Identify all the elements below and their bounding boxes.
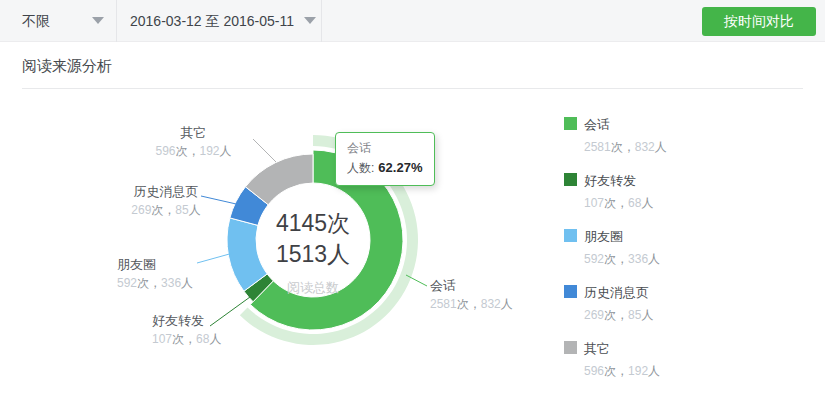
total-reads-count: 4145次 [223,208,403,239]
legend-series-name: 会话 [584,117,610,132]
top-toolbar: 不限 2016-03-12 至 2016-05-11 按时间对比 [0,0,825,42]
legend-color-swatch [564,341,577,354]
tooltip-metric-label: 人数: [347,161,374,175]
callout-series-name: 会话 [430,277,513,294]
slice-callout-label: 其它596次，192人 [141,124,246,160]
legend-item-4: 其它596次，192人 [564,339,667,379]
legend-series-name: 朋友圈 [584,229,623,244]
tooltip-metric-line: 人数:62.27% [347,159,422,177]
legend-series-values: 269次，85人 [584,307,667,323]
legend-series-name: 好友转发 [584,173,636,188]
callout-series-values: 269次，85人 [126,202,206,219]
divider [22,88,803,89]
legend-series-values: 107次，68人 [584,195,667,211]
callout-series-values: 107次，68人 [152,331,221,348]
callout-series-values: 596次，192人 [141,143,246,160]
callout-series-name: 朋友圈 [117,256,193,273]
callout-series-name: 其它 [141,124,246,141]
slice-callout-label: 朋友圈592次，336人 [117,256,193,292]
slice-callout-label: 会话2581次，832人 [430,277,513,313]
donut-center-total: 4145次 1513人 阅读总数 [223,208,403,297]
total-readers-count: 1513人 [223,239,403,270]
filter-dropdown-value: 不限 [22,13,50,29]
legend-color-swatch [564,173,577,186]
legend-series-name: 历史消息页 [584,285,649,300]
legend-series-values: 596次，192人 [584,363,667,379]
toolbar-divider [321,0,322,42]
legend-color-swatch [564,229,577,242]
legend-item-2: 朋友圈592次，336人 [564,227,667,267]
callout-series-name: 历史消息页 [126,183,206,200]
chart-tooltip: 会话 人数:62.27% [335,132,435,186]
date-range-value: 2016-03-12 至 2016-05-11 [130,13,294,29]
legend-item-1: 好友转发107次，68人 [564,171,667,211]
toolbar-divider [116,0,117,42]
legend-color-swatch [564,117,577,130]
callout-series-name: 好友转发 [152,312,221,329]
callout-series-values: 592次，336人 [117,275,193,292]
date-range-dropdown[interactable]: 2016-03-12 至 2016-05-11 [130,0,316,42]
slice-callout-label: 好友转发107次，68人 [152,312,221,348]
legend-series-values: 2581次，832人 [584,139,667,155]
tooltip-value: 62.27% [378,160,422,175]
legend-item-3: 历史消息页269次，85人 [564,283,667,323]
analytics-page: 不限 2016-03-12 至 2016-05-11 按时间对比 阅读来源分析 … [0,0,825,400]
page-title: 阅读来源分析 [22,57,112,76]
legend-item-0: 会话2581次，832人 [564,115,667,155]
callout-series-values: 2581次，832人 [430,296,513,313]
chevron-down-icon [304,17,316,24]
compare-by-time-button[interactable]: 按时间对比 [702,7,816,36]
legend-color-swatch [564,285,577,298]
chevron-down-icon [92,17,104,24]
slice-callout-label: 历史消息页269次，85人 [126,183,206,219]
legend-series-name: 其它 [584,341,610,356]
chart-legend: 会话2581次，832人好友转发107次，68人朋友圈592次，336人历史消息… [564,115,667,395]
filter-dropdown[interactable]: 不限 [22,0,104,42]
tooltip-series-name: 会话 [347,140,422,156]
legend-series-values: 592次，336人 [584,251,667,267]
label-leader-line [253,139,276,162]
total-caption: 阅读总数 [223,279,403,297]
